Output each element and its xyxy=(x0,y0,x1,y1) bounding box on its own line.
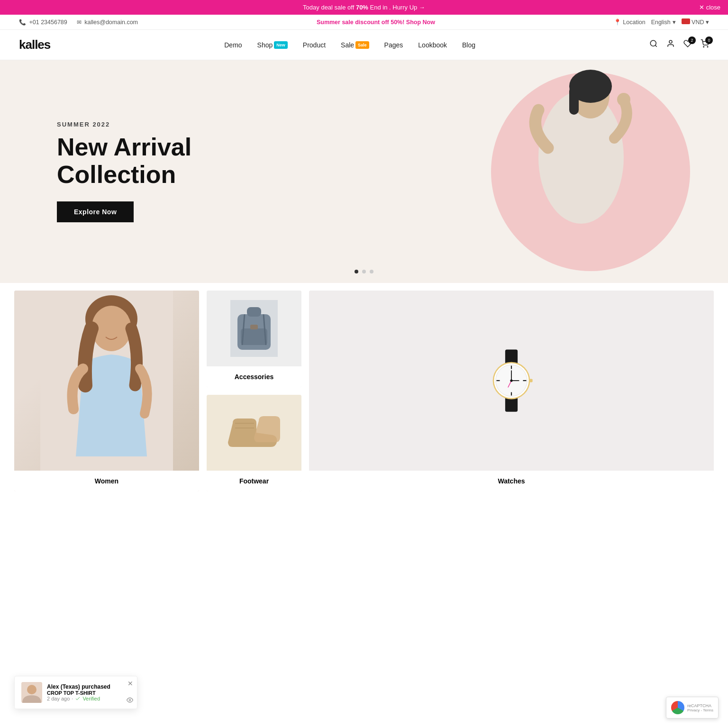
nav-item-pages[interactable]: Pages xyxy=(384,41,403,49)
hero-content: SUMMER 2022 New Arrival Collection Explo… xyxy=(0,121,294,222)
nav-link-blog[interactable]: Blog xyxy=(462,41,475,49)
cart-button[interactable]: 0 xyxy=(701,39,709,50)
email-icon: ✉ xyxy=(77,19,82,26)
nav-item-blog[interactable]: Blog xyxy=(462,41,475,49)
categories-section: Women Acce xyxy=(0,283,728,499)
category-accessories[interactable]: Accessories xyxy=(207,291,301,387)
category-women[interactable]: Women xyxy=(14,291,199,491)
watches-image xyxy=(309,291,714,471)
sale-badge: Sale xyxy=(355,41,369,49)
nav-item-demo[interactable]: Demo xyxy=(224,41,242,49)
cat-middle-column: Accessories Footwear xyxy=(207,291,301,491)
info-bar: 📞 +01 23456789 ✉ kalles@domain.com Summe… xyxy=(0,15,728,30)
phone-info: 📞 +01 23456789 xyxy=(19,19,67,26)
announcement-close-button[interactable]: ✕ close xyxy=(699,4,720,11)
language-selector[interactable]: English ▾ xyxy=(651,18,676,26)
cart-count: 0 xyxy=(705,36,713,44)
accessories-image xyxy=(207,291,301,366)
slider-dot-3[interactable] xyxy=(370,270,373,273)
category-watches[interactable]: Watches xyxy=(309,291,714,491)
watch-icon xyxy=(483,347,540,414)
account-button[interactable] xyxy=(666,39,675,50)
women-model-figure xyxy=(40,291,173,471)
svg-rect-8 xyxy=(569,86,579,115)
wishlist-count: 2 xyxy=(688,36,696,44)
location-link[interactable]: 📍 Location xyxy=(614,18,646,26)
shop-new-badge: New xyxy=(274,41,288,49)
svg-point-3 xyxy=(703,46,704,47)
nav-link-shop[interactable]: Shop xyxy=(257,41,273,49)
svg-rect-15 xyxy=(247,307,261,317)
phone-icon: 📞 xyxy=(19,19,26,26)
hero-title: New Arrival Collection xyxy=(57,134,294,188)
footwear-category-label: Footwear xyxy=(207,471,301,491)
slider-dot-2[interactable] xyxy=(362,270,366,273)
svg-rect-37 xyxy=(529,379,533,382)
hero-section: SUMMER 2022 New Arrival Collection Explo… xyxy=(0,60,728,283)
currency-selector[interactable]: VND ▾ xyxy=(682,18,709,26)
location-icon: 📍 xyxy=(614,19,621,26)
hero-image-area xyxy=(255,60,728,283)
nav-link-lookbook[interactable]: Lookbook xyxy=(418,41,447,49)
model-silhouette xyxy=(510,63,652,281)
svg-point-2 xyxy=(669,40,672,43)
watches-category-label: Watches xyxy=(309,471,714,491)
hero-subtitle: SUMMER 2022 xyxy=(57,121,294,128)
info-bar-right: 📍 Location English ▾ VND ▾ xyxy=(614,18,709,26)
hero-model-figure xyxy=(491,60,671,283)
announcement-text: Today deal sale off 70% End in . Hurry U… xyxy=(303,4,425,11)
nav-item-product[interactable]: Product xyxy=(303,41,326,49)
nav-links: Demo ShopNew Product SaleSale Pages Look… xyxy=(224,41,475,49)
svg-point-9 xyxy=(617,93,630,106)
women-category-image xyxy=(14,291,199,471)
flag-icon xyxy=(682,18,690,24)
navbar: kalles Demo ShopNew Product SaleSale Pag… xyxy=(0,30,728,60)
backpack-icon xyxy=(230,300,278,357)
footwear-image xyxy=(207,395,301,471)
svg-point-0 xyxy=(650,40,656,46)
nav-icons: 2 0 xyxy=(649,39,709,50)
women-category-label: Women xyxy=(14,471,199,491)
slider-dot-1[interactable] xyxy=(355,270,358,273)
svg-point-36 xyxy=(510,379,512,382)
shop-now-link[interactable]: Shop Now xyxy=(406,19,435,26)
svg-rect-17 xyxy=(250,325,258,329)
search-icon xyxy=(649,39,658,48)
search-button[interactable] xyxy=(649,39,658,50)
nav-link-demo[interactable]: Demo xyxy=(224,41,242,49)
svg-rect-16 xyxy=(241,328,267,345)
wishlist-button[interactable]: 2 xyxy=(683,39,692,50)
info-bar-center: Summer sale discount off 50%! Shop Now xyxy=(317,19,435,26)
announcement-bar: Today deal sale off 70% End in . Hurry U… xyxy=(0,0,728,15)
info-bar-left: 📞 +01 23456789 ✉ kalles@domain.com xyxy=(19,19,138,26)
footwear-icon xyxy=(226,409,282,456)
nav-link-sale[interactable]: Sale xyxy=(341,41,354,49)
slider-dots xyxy=(355,270,373,273)
svg-point-4 xyxy=(707,46,708,47)
svg-line-1 xyxy=(655,45,656,46)
nav-link-product[interactable]: Product xyxy=(303,41,326,49)
nav-item-lookbook[interactable]: Lookbook xyxy=(418,41,447,49)
nav-item-shop[interactable]: ShopNew xyxy=(257,41,288,49)
explore-now-button[interactable]: Explore Now xyxy=(57,201,134,222)
category-footwear[interactable]: Footwear xyxy=(207,395,301,491)
nav-item-sale[interactable]: SaleSale xyxy=(341,41,369,49)
email-info: ✉ kalles@domain.com xyxy=(77,19,138,26)
accessories-category-label: Accessories xyxy=(207,366,301,387)
logo[interactable]: kalles xyxy=(19,37,50,52)
nav-link-pages[interactable]: Pages xyxy=(384,41,403,49)
user-icon xyxy=(666,39,675,48)
